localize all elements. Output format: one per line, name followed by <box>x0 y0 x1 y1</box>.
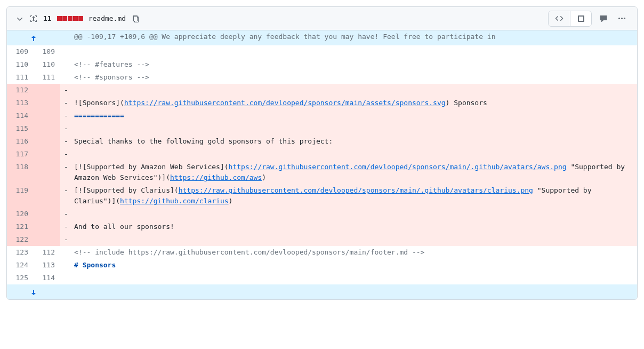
expand-all-icon[interactable] <box>29 14 38 23</box>
diff-line: 119 - [![Supported by Clarius](https://r… <box>7 184 637 208</box>
diff-line: 120 - <box>7 208 637 220</box>
diff-line: 114 - ============ <box>7 109 637 122</box>
hunk-header-row: @@ -109,17 +109,6 @@ We appreciate deepl… <box>7 30 637 45</box>
link[interactable]: https://raw.githubusercontent.com/devloo… <box>124 99 446 107</box>
diff-line: 111 111 <!-- #sponsors --> <box>7 71 637 84</box>
view-mode-toggle <box>548 11 592 27</box>
diff-table: @@ -109,17 +109,6 @@ We appreciate deepl… <box>7 30 637 299</box>
diff-line: 125 114 <box>7 272 637 284</box>
more-actions-icon[interactable] <box>615 18 629 19</box>
collapse-toggle[interactable] <box>15 14 24 23</box>
diff-line: 117 - <box>7 148 637 161</box>
filename[interactable]: readme.md <box>88 14 126 22</box>
source-view-button[interactable] <box>549 11 570 26</box>
diff-line: 123 112 <!-- include https://raw.githubu… <box>7 246 637 259</box>
expand-down-icon[interactable] <box>7 284 60 299</box>
diff-line: 116 - Special thanks to the following go… <box>7 135 637 148</box>
diff-file-card: 11 readme.md <box>6 6 638 300</box>
diff-line: 112 - <box>7 84 637 97</box>
change-count: 11 <box>43 14 52 22</box>
diff-line: 109 109 <box>7 45 637 58</box>
file-header: 11 readme.md <box>7 7 637 30</box>
diff-line: 113 - ![Sponsors](https://raw.githubuser… <box>7 97 637 109</box>
diff-line: 115 - <box>7 122 637 135</box>
copy-path-icon[interactable] <box>131 14 140 23</box>
link[interactable]: https://github.com/aws <box>170 173 262 181</box>
link[interactable]: https://raw.githubusercontent.com/devloo… <box>229 163 567 171</box>
diff-line: 124 113 # Sponsors <box>7 259 637 272</box>
diff-line: 118 - [![Supported by Amazon Web Service… <box>7 161 637 184</box>
link[interactable]: https://raw.githubusercontent.com/devloo… <box>179 186 533 194</box>
comment-icon[interactable] <box>596 11 611 26</box>
link[interactable]: https://github.com/clarius <box>120 197 229 205</box>
diffstat-bar <box>57 16 83 21</box>
diff-line: 122 - <box>7 233 637 246</box>
hunk-text: @@ -109,17 +109,6 @@ We appreciate deepl… <box>72 30 637 45</box>
rendered-view-button[interactable] <box>570 11 591 26</box>
expand-up-icon[interactable] <box>7 30 60 45</box>
expand-down-row <box>7 284 637 299</box>
diff-line: 121 - And to all our sponsors! <box>7 220 637 233</box>
diff-line: 110 110 <!-- #features --> <box>7 58 637 71</box>
